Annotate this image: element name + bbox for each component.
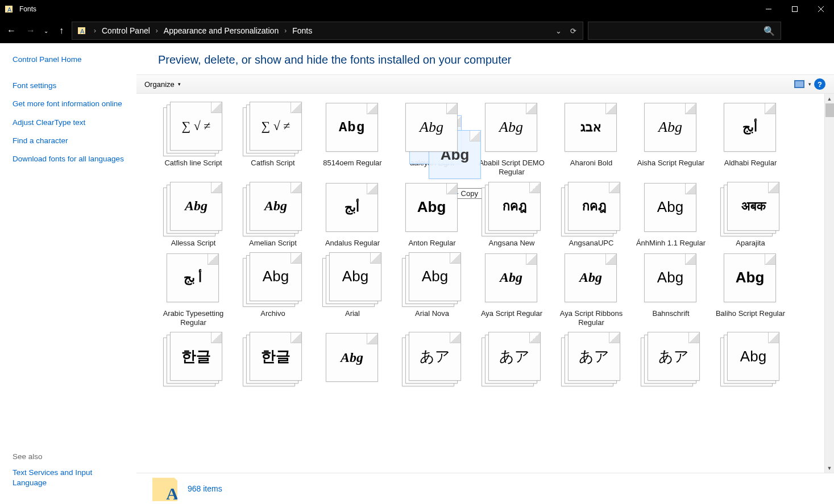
chevron-right-icon[interactable]: › bbox=[151, 27, 163, 35]
font-sample: Abg bbox=[250, 253, 301, 301]
breadcrumb-item[interactable]: Appearance and Personalization bbox=[163, 26, 280, 35]
chevron-right-icon[interactable]: › bbox=[89, 27, 101, 35]
font-thumbnail: あア bbox=[561, 332, 621, 386]
font-sample: Abg bbox=[171, 182, 222, 230]
font-item[interactable]: أبجAndalus Regular bbox=[313, 182, 392, 248]
font-item[interactable]: Abg bbox=[313, 332, 392, 389]
sidebar-link[interactable]: Font settings bbox=[13, 81, 128, 91]
view-options-button[interactable] bbox=[793, 78, 806, 90]
svg-text:A: A bbox=[7, 6, 12, 13]
font-item[interactable]: AbgAya Script Ribbons Regular bbox=[551, 252, 631, 328]
font-item[interactable]: あア bbox=[551, 332, 631, 389]
refresh-button[interactable]: ⟳ bbox=[566, 27, 580, 35]
font-sample: Abg bbox=[724, 254, 775, 302]
font-label: ÁnhMinh 1.1 Regular bbox=[636, 239, 706, 248]
font-item[interactable]: ∑ √ ≠Catfish Script bbox=[233, 102, 313, 177]
font-label: Archivo bbox=[260, 309, 285, 318]
font-item[interactable]: אבגAharoni Bold bbox=[551, 102, 631, 177]
font-item[interactable]: AbgAya Script Regular bbox=[472, 252, 551, 328]
breadcrumb-item[interactable]: Fonts bbox=[291, 26, 313, 35]
scroll-up-button[interactable]: ▲ bbox=[825, 94, 834, 103]
sidebar-link[interactable]: Find a character bbox=[13, 136, 128, 146]
organize-label: Organize bbox=[144, 80, 175, 89]
search-input[interactable]: 🔍 bbox=[588, 22, 781, 40]
font-thumbnail: ∑ √ ≠ bbox=[163, 102, 223, 156]
font-item[interactable]: أ بجArabic Typesetting Regular bbox=[153, 252, 233, 328]
font-item[interactable]: AbgÁnhMinh 1.1 Regular bbox=[631, 182, 711, 248]
font-thumbnail: あア bbox=[402, 332, 462, 386]
up-button[interactable]: ↑ bbox=[52, 22, 70, 40]
toolbar: Organize ▾ ▾ ? bbox=[136, 74, 834, 94]
font-sample: Abg bbox=[406, 184, 457, 231]
font-sample: Abg bbox=[486, 254, 537, 302]
font-sample: Abg bbox=[250, 182, 301, 230]
forward-button[interactable]: → bbox=[22, 22, 40, 40]
sidebar-link[interactable]: Adjust ClearType text bbox=[13, 118, 128, 128]
font-thumbnail: Abg bbox=[322, 332, 383, 386]
font-item[interactable]: ∑ √ ≠Catfish line Script bbox=[153, 102, 233, 177]
font-item[interactable]: AbgArchivo bbox=[233, 252, 313, 328]
window-controls bbox=[756, 0, 834, 18]
font-thumbnail: Abg bbox=[720, 332, 781, 386]
close-button[interactable] bbox=[808, 0, 834, 18]
font-item[interactable]: AbgAbabil Script DEMO Regular bbox=[472, 102, 551, 177]
font-thumbnail: กคฎ bbox=[482, 182, 542, 236]
font-item[interactable]: AbgAnton Regular bbox=[392, 182, 472, 248]
see-also-label: See also bbox=[13, 452, 128, 461]
font-item[interactable]: あア bbox=[472, 332, 551, 389]
minimize-button[interactable] bbox=[756, 0, 782, 18]
organize-menu[interactable]: Organize ▾ bbox=[144, 80, 181, 89]
font-item[interactable]: กคฎAngsanaUPC bbox=[551, 182, 631, 248]
main-panel: Preview, delete, or show and hide the fo… bbox=[136, 43, 834, 504]
font-label: Aisha Script Regular bbox=[637, 159, 705, 168]
breadcrumb-item[interactable]: Control Panel bbox=[101, 26, 151, 35]
scroll-thumb[interactable] bbox=[825, 103, 834, 117]
font-item[interactable]: Abgaaleyah Light bbox=[392, 102, 472, 177]
font-sample: あア bbox=[648, 332, 699, 380]
font-item[interactable]: अबकAparajita bbox=[711, 182, 790, 248]
sidebar-link[interactable]: Get more font information online bbox=[13, 99, 128, 109]
font-label: Arial Nova bbox=[415, 309, 449, 318]
font-label: Amelian Script bbox=[249, 239, 297, 248]
font-item[interactable]: あア bbox=[392, 332, 472, 389]
font-item[interactable]: AbgAllessa Script bbox=[153, 182, 233, 248]
breadcrumb[interactable]: A › Control Panel › Appearance and Perso… bbox=[72, 22, 583, 40]
scroll-down-button[interactable]: ▼ bbox=[825, 463, 834, 473]
font-thumbnail: Abg bbox=[322, 252, 383, 307]
font-item[interactable]: AbgBahnschrift bbox=[631, 252, 711, 328]
font-item[interactable]: 한글 bbox=[153, 332, 233, 389]
recent-dropdown[interactable]: ⌄ bbox=[41, 22, 51, 40]
svg-rect-9 bbox=[795, 81, 803, 87]
font-item[interactable]: あア bbox=[631, 332, 711, 389]
help-button[interactable]: ? bbox=[814, 78, 826, 90]
see-also-link[interactable]: Text Services and Input Language bbox=[13, 468, 128, 488]
font-label: Aldhabi Regular bbox=[724, 159, 777, 168]
font-thumbnail: 한글 bbox=[243, 332, 303, 386]
font-sample: ∑ √ ≠ bbox=[171, 102, 222, 150]
font-item[interactable]: กคฎAngsana New bbox=[472, 182, 551, 248]
font-item[interactable]: Abg bbox=[711, 332, 790, 389]
font-sample: あア bbox=[569, 332, 620, 380]
svg-text:A: A bbox=[80, 28, 85, 35]
back-button[interactable]: ← bbox=[2, 22, 20, 40]
control-panel-home-link[interactable]: Control Panel Home bbox=[13, 55, 128, 65]
font-item[interactable]: أبجAldhabi Regular bbox=[711, 102, 790, 177]
chevron-right-icon[interactable]: › bbox=[280, 27, 291, 35]
maximize-button[interactable] bbox=[782, 0, 808, 18]
font-thumbnail: กคฎ bbox=[561, 182, 621, 236]
font-item[interactable]: AbgArial Nova bbox=[392, 252, 472, 328]
vertical-scrollbar[interactable]: ▲ ▼ bbox=[824, 94, 834, 473]
font-item[interactable]: AbgAisha Script Regular bbox=[631, 102, 711, 177]
status-bar: A 968 items bbox=[136, 473, 834, 504]
page-title: Preview, delete, or show and hide the fo… bbox=[136, 43, 834, 74]
font-label: Bahnschrift bbox=[652, 309, 689, 318]
font-item[interactable]: AbgArial bbox=[313, 252, 392, 328]
font-item[interactable]: Abg8514oem Regular bbox=[313, 102, 392, 177]
font-item[interactable]: 한글 bbox=[233, 332, 313, 389]
font-item[interactable]: AbgBaliho Script Regular bbox=[711, 252, 790, 328]
address-dropdown[interactable]: ⌄ bbox=[551, 27, 566, 35]
view-dropdown[interactable]: ▾ bbox=[806, 78, 814, 90]
font-label: 8514oem Regular bbox=[323, 159, 381, 168]
sidebar-link[interactable]: Download fonts for all languages bbox=[13, 154, 128, 164]
font-item[interactable]: AbgAmelian Script bbox=[233, 182, 313, 248]
